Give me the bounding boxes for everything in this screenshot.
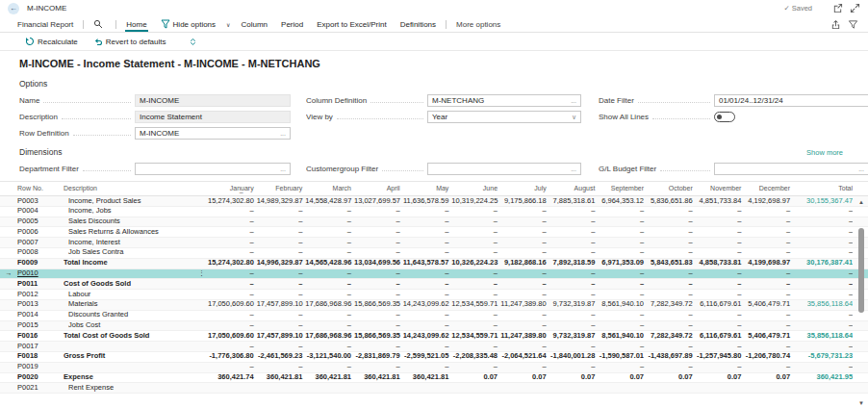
name-field[interactable]: M-INCOME (135, 94, 291, 107)
grid-row[interactable]: P0020Expense360,421.74360,421.81360,421.… (0, 373, 868, 384)
row-menu-icon[interactable]: ⋮ (198, 268, 208, 279)
collapse-icon[interactable] (189, 38, 197, 46)
row-no-cell[interactable]: F0016 (17, 331, 64, 342)
share-icon[interactable] (830, 19, 841, 30)
total-value-cell[interactable]: 360,421.95 (793, 372, 853, 383)
description-cell[interactable]: Materials (64, 299, 208, 310)
description-field[interactable]: Income Statement (135, 111, 291, 123)
assist-edit-icon[interactable]: ... (280, 130, 286, 137)
recalculate-button[interactable]: Recalculate (25, 37, 78, 46)
grid-row[interactable]: P0004Income, Jobs––––––––––––– (0, 207, 868, 217)
column-header-october[interactable]: October (647, 184, 696, 194)
show-all-lines-toggle[interactable] (714, 112, 735, 122)
row-no-cell[interactable]: P0020 (17, 372, 64, 383)
tab-period[interactable]: Period (274, 16, 310, 32)
column-header-row-no-[interactable]: Row No. (17, 184, 64, 194)
customergroup-filter-field[interactable]: ... (427, 163, 581, 175)
description-cell[interactable]: Cost of Goods Sold (64, 279, 208, 290)
description-cell[interactable]: ⋮ (64, 268, 208, 279)
assist-edit-icon[interactable]: ... (571, 97, 576, 104)
row-no-cell[interactable]: P0013 (17, 299, 64, 310)
row-no-cell[interactable]: P0021 (17, 383, 64, 394)
gl-budget-filter-field[interactable]: ... (714, 163, 868, 175)
popout-icon[interactable] (832, 3, 843, 13)
description-cell[interactable]: Expense (64, 372, 208, 383)
description-cell[interactable]: Rent Expense (64, 383, 208, 394)
date-filter-field[interactable]: 01/01/24..12/31/24 (714, 94, 868, 107)
view-by-select[interactable]: Year∨ (427, 111, 581, 123)
grid-row[interactable]: P0005Sales Discounts––––––––––––– (0, 217, 868, 228)
row-no-cell[interactable]: P0008 (17, 247, 64, 258)
total-value-cell[interactable]: 30,155,367.47 (793, 196, 853, 207)
description-cell[interactable]: Jobs Cost (64, 320, 208, 331)
row-no-cell[interactable]: P0006 (17, 227, 64, 238)
description-cell[interactable]: Sales Discounts (64, 217, 208, 227)
column-header-description[interactable]: Description (64, 184, 208, 194)
grid-row[interactable]: →P0010⋮––––––––––––– (0, 269, 868, 280)
grid-row[interactable]: P0013Materials17,050,609.6017,457,899.10… (0, 300, 868, 311)
row-no-cell[interactable]: P0015 (17, 320, 64, 331)
grid-row[interactable]: P0019––––––––––––– (0, 363, 868, 373)
row-no-cell[interactable]: P0003 (17, 196, 64, 207)
grid-row[interactable]: P0014Discounts Granted––––––––––––– (0, 311, 868, 321)
column-header-june[interactable]: June (451, 184, 500, 194)
column-header-july[interactable]: July (500, 184, 549, 194)
grid-row[interactable]: F0016Total Cost of Goods Sold17,050,609.… (0, 331, 868, 342)
dimensions-section-label[interactable]: Dimensions Show more (0, 140, 868, 161)
row-no-cell[interactable]: F0009 (17, 258, 64, 268)
assist-edit-icon[interactable]: ... (280, 166, 286, 172)
tab-home[interactable]: Home (119, 16, 153, 32)
description-cell[interactable]: Income, Interest (64, 238, 208, 248)
description-cell[interactable]: Income, Jobs (64, 206, 208, 217)
row-no-cell[interactable]: P0019 (17, 362, 64, 372)
column-header-september[interactable]: September (598, 184, 647, 194)
description-cell[interactable]: Gross Profit (64, 351, 208, 362)
row-definition-field[interactable]: M-INCOME... (135, 127, 291, 140)
expand-icon[interactable] (850, 3, 860, 13)
description-cell[interactable]: Labour (64, 290, 208, 300)
row-no-cell[interactable]: P0007 (17, 238, 64, 248)
column-header-total[interactable]: Total (793, 184, 853, 194)
total-value-cell[interactable]: 30,176,387.41 (793, 258, 853, 268)
show-more-link[interactable]: Show more (806, 148, 843, 157)
row-no-cell[interactable]: P0017 (17, 342, 64, 352)
scrollbar-track[interactable] (857, 207, 865, 398)
more-options-button[interactable]: More options (449, 16, 507, 32)
hide-options-dropdown[interactable]: ∨ (222, 21, 234, 28)
grid-row[interactable]: F0009Total Income15,274,302.8014,996,329… (0, 259, 868, 269)
row-no-cell[interactable]: P0005 (17, 217, 64, 227)
total-value-cell[interactable]: 35,856,118.64 (793, 331, 853, 342)
column-definition-field[interactable]: M-NETCHANG... (427, 94, 581, 107)
scroll-up-icon[interactable]: ▲ (858, 197, 864, 207)
column-header-may[interactable]: May (403, 184, 452, 194)
grid-row[interactable]: P0012Labour––––––––––––– (0, 290, 868, 300)
column-header-december[interactable]: December (744, 184, 793, 194)
grid-row[interactable]: P0003Income, Product Sales15,274,302.801… (0, 196, 868, 207)
description-cell[interactable]: Sales Returns & Allowances (64, 227, 208, 238)
column-header-april[interactable]: April (354, 184, 403, 194)
grid-row[interactable]: P0015Jobs Cost––––––––––––– (0, 321, 868, 332)
description-cell[interactable]: Income, Product Sales (64, 196, 208, 207)
revert-to-defaults-button[interactable]: Revert to defaults (93, 37, 166, 46)
column-header-august[interactable]: August (549, 184, 599, 194)
row-no-cell[interactable]: F0018 (17, 351, 64, 362)
grid-row[interactable]: F0018Gross Profit-1,776,306.80-2,461,569… (0, 352, 868, 363)
total-value-cell[interactable]: 35,856,118.64 (793, 299, 853, 310)
grid-row[interactable]: P0006Sales Returns & Allowances–––––––––… (0, 227, 868, 238)
tab-export[interactable]: Export to Excel/Print (310, 16, 393, 32)
grid-row[interactable]: P0007Income, Interest––––––––––––– (0, 238, 868, 248)
filter-icon[interactable] (848, 19, 858, 30)
grid-row[interactable]: P0021Rent Expense (0, 383, 868, 394)
scrollbar-thumb[interactable] (858, 228, 864, 313)
search-button[interactable] (87, 16, 113, 32)
vertical-scrollbar[interactable]: ▲ ▼ (855, 197, 867, 408)
row-no-cell[interactable]: P0012 (17, 290, 64, 300)
row-no-cell[interactable]: P0014 (17, 310, 64, 320)
column-header-november[interactable]: November (696, 184, 745, 194)
description-cell[interactable]: Discounts Granted (64, 310, 208, 320)
assist-edit-icon[interactable]: ... (571, 166, 576, 172)
column-header-march[interactable]: March (305, 184, 354, 194)
hide-options-button[interactable]: Hide options (154, 16, 222, 32)
description-cell[interactable]: Total Cost of Goods Sold (64, 331, 208, 342)
grid-row[interactable]: P0011Cost of Goods Sold––––––––––––– (0, 279, 868, 290)
